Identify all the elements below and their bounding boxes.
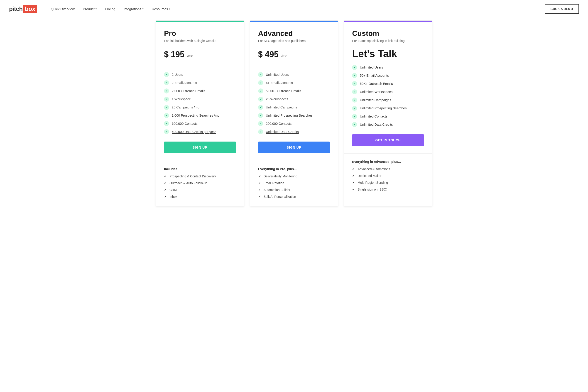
includes-item-text: Email Rotation [264,181,284,185]
check-icon: ✓ [258,129,263,134]
feature-item: ✓Unlimited Campaigns [352,98,424,102]
check-icon: ✓ [352,81,357,86]
check-simple-icon: ✓ [164,181,167,185]
pricing-grid: ProFor link builders with a single websi… [156,20,432,206]
check-icon: ✓ [352,90,357,94]
check-icon: ✓ [164,105,169,110]
plan-price: $ 495 /mo [258,48,330,60]
includes-item-text: Outreach & Auto Follow-up [170,181,207,185]
price-amount: $ 495 [258,50,278,59]
feature-item: ✓Unlimited Users [352,65,424,70]
logo[interactable]: pitch box [9,5,37,13]
check-simple-icon: ✓ [258,174,261,178]
check-icon: ✓ [258,105,263,110]
book-demo-button[interactable]: BOOK A DEMO [545,4,579,14]
feature-text: 200,000 Contacts [266,122,292,126]
includes-item-text: Advanced Automations [358,167,390,171]
feature-text: Unlimited Users [360,66,383,69]
includes-item-text: Prospecting & Contact Discovery [170,174,216,178]
check-icon: ✓ [258,80,263,85]
check-icon: ✓ [258,88,263,94]
feature-item: ✓Unlimited Data Credits [352,122,424,127]
cta-button-custom[interactable]: GET IN TOUCH [352,134,424,146]
check-simple-icon: ✓ [164,195,167,198]
includes-item: ✓Prospecting & Contact Discovery [164,174,236,178]
feature-item: ✓100,000 Contacts [164,121,236,126]
check-icon: ✓ [352,73,357,78]
pricing-card-custom: CustomFor teams specializing in link bui… [344,20,432,206]
feature-text: 2 Email Accounts [172,81,197,84]
feature-text: 2,000 Outreach Emails [172,89,205,93]
feature-text: Unlimited Workspaces [360,90,392,94]
plan-name: Advanced [258,29,330,38]
plan-price: Let's Talk [352,48,424,60]
feature-text: 50+ Email Accounts [360,74,389,77]
feature-item: ✓2,000 Outreach Emails [164,88,236,94]
check-simple-icon: ✓ [352,188,355,191]
logo-pitch-text: pitch [9,6,23,12]
cta-button-pro[interactable]: SIGN UP [164,142,236,153]
plan-name: Custom [352,29,424,38]
feature-item: ✓1 Workspace [164,97,236,102]
feature-item: ✓2 Email Accounts [164,80,236,85]
chevron-down-icon: ▾ [169,8,170,10]
feature-item: ✓2 Users [164,72,236,77]
chevron-down-icon: ▾ [96,8,97,10]
includes-item: ✓Deliverability Monitoring [258,174,330,178]
nav-integrations[interactable]: Integrations ▾ [124,7,143,11]
logo-box-text: box [23,5,37,13]
feature-text: Unlimited Users [266,73,289,76]
plan-price: $ 195 /mo [164,48,236,60]
plan-description: For link builders with a single website [164,39,236,43]
cta-button-advanced[interactable]: SIGN UP [258,142,330,153]
check-icon: ✓ [258,113,263,118]
nav-resources[interactable]: Resources ▾ [152,7,170,11]
nav-pricing[interactable]: Pricing [105,7,116,11]
includes-item: ✓Bulk AI Personalization [258,195,330,198]
includes-section: Everything in Advanced, plus...✓Advanced… [344,153,432,199]
includes-list: ✓Advanced Automations✓Dedicated Mailer✓M… [352,167,424,191]
includes-section: Everything in Pro, plus...✓Deliverabilit… [250,160,338,206]
feature-text: 1,000 Prospecting Searches /mo [172,114,219,117]
nav-product[interactable]: Product ▾ [83,7,97,11]
feature-text: Unlimited Contacts [360,114,388,118]
feature-text: 25 Campaigns /mo [172,106,200,109]
feature-item: ✓600,000 Data Credits per year [164,129,236,134]
feature-text: Unlimited Data Credits [360,123,393,126]
plan-name: Pro [164,29,236,38]
includes-item-text: Deliverability Monitoring [264,174,298,178]
check-icon: ✓ [164,72,169,77]
includes-item: ✓CRM [164,188,236,192]
includes-item: ✓Dedicated Mailer [352,174,424,178]
feature-item: ✓25 Campaigns /mo [164,105,236,110]
check-icon: ✓ [352,98,357,102]
includes-item: ✓Automation Builder [258,188,330,192]
check-simple-icon: ✓ [258,195,261,198]
check-icon: ✓ [164,121,169,126]
feature-text: Unlimited Prospecting Searches [360,106,406,110]
feature-text: 5,000+ Outreach Emails [266,89,301,93]
includes-item-text: Bulk AI Personalization [264,195,296,198]
check-icon: ✓ [164,80,169,85]
check-simple-icon: ✓ [258,181,261,185]
pricing-card-pro: ProFor link builders with a single websi… [156,20,244,206]
check-simple-icon: ✓ [258,188,261,192]
check-icon: ✓ [352,65,357,70]
features-list: ✓Unlimited Users✓50+ Email Accounts✓50K+… [352,65,424,127]
includes-list: ✓Prospecting & Contact Discovery✓Outreac… [164,174,236,198]
nav-quick-overview[interactable]: Quick Overview [51,7,75,11]
feature-item: ✓Unlimited Contacts [352,114,424,119]
features-list: ✓Unlimited Users✓6+ Email Accounts✓5,000… [258,72,330,134]
includes-title: Everything in Pro, plus... [258,167,330,171]
check-icon: ✓ [164,129,169,134]
feature-item: ✓200,000 Contacts [258,121,330,126]
feature-item: ✓5,000+ Outreach Emails [258,88,330,94]
feature-text: 25 Workspaces [266,97,288,101]
feature-text: 600,000 Data Credits per year [172,130,216,134]
feature-item: ✓Unlimited Prospecting Searches [352,106,424,111]
feature-item: ✓Unlimited Campaigns [258,105,330,110]
feature-text: Unlimited Data Credits [266,130,299,134]
includes-item-text: CRM [170,188,177,192]
check-simple-icon: ✓ [164,174,167,178]
check-simple-icon: ✓ [352,181,355,184]
